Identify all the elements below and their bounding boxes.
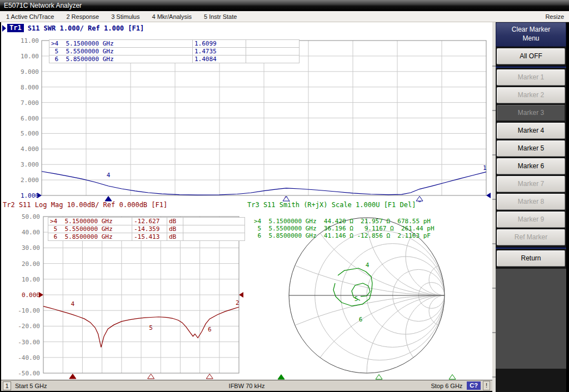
svg-text:3.000: 3.000 <box>21 161 39 168</box>
svg-text:11.00: 11.00 <box>21 37 39 44</box>
trace1-format-readout: S11 SWR 1.000/ Ref 1.000 [F1] <box>28 24 144 32</box>
softkey-all-off[interactable]: All OFF <box>497 48 565 64</box>
marker-table-row: >4 5.1500000 GHz1.6099 <box>49 40 300 48</box>
svg-text:5.000: 5.000 <box>21 130 39 137</box>
ifbw-readout: IFBW 70 kHz <box>1 383 492 389</box>
svg-text:0.000: 0.000 <box>22 292 40 299</box>
svg-text:40.00: 40.00 <box>22 229 40 236</box>
stimulus-marker[interactable] <box>148 374 154 379</box>
active-trace-arrow-icon <box>2 25 6 32</box>
marker-4[interactable]: 4 <box>107 172 111 179</box>
svg-text:50.00: 50.00 <box>22 213 40 220</box>
svg-text:1.000: 1.000 <box>21 192 39 199</box>
tr3-marker-readout: >4 5.1500000 GHz 44.420 Ω 21.957 Ω 678.5… <box>254 218 435 239</box>
svg-text:-30.00: -30.00 <box>18 339 40 346</box>
marker-table-row: 6 5.8500000 GHz-15.413dB <box>48 233 245 241</box>
softkey-marker-4[interactable]: Marker 4 <box>497 123 565 139</box>
svg-text:4: 4 <box>71 300 74 308</box>
marker-table-row: 5 5.5500000 GHz-14.359dB <box>48 225 245 233</box>
svg-text:-10.00: -10.00 <box>18 307 40 314</box>
svg-text:5: 5 <box>355 295 358 303</box>
svg-text:-20.00: -20.00 <box>18 323 40 330</box>
softkey-empty-area <box>496 269 566 369</box>
menu-bar: 1 Active Ch/Trace2 Response3 Stimulus4 M… <box>0 11 569 22</box>
svg-text:6.000: 6.000 <box>21 115 39 122</box>
svg-text:-50.00: -50.00 <box>18 370 40 377</box>
stimulus-marker[interactable] <box>206 374 213 379</box>
tr2-marker-table: >4 5.1500000 GHz-12.627dB 5 5.5500000 GH… <box>48 217 245 241</box>
stimulus-marker[interactable] <box>376 375 382 380</box>
marker-table-row: >4 5.1500000 GHz-12.627dB <box>48 218 245 225</box>
tr3-trace <box>333 268 372 306</box>
marker-5[interactable]: 5 <box>149 324 153 331</box>
svg-text:8.000: 8.000 <box>21 84 39 91</box>
marker-table-row: 6 5.8500000 GHz1.4084 <box>49 56 300 63</box>
tr1-marker-table: >4 5.1500000 GHz1.6099 5 5.5500000 GHz1.… <box>49 39 300 63</box>
app-window: { "window": { "title": "E5071C Network A… <box>0 0 569 392</box>
svg-text:2.000: 2.000 <box>21 177 39 184</box>
svg-text:10.00: 10.00 <box>21 53 39 60</box>
svg-text:6: 6 <box>359 316 363 323</box>
svg-text:-40.00: -40.00 <box>18 354 40 361</box>
marker-4[interactable]: 4 <box>366 262 370 269</box>
svg-text:9.000: 9.000 <box>21 68 39 76</box>
menu-item-1-active-ch-trace[interactable]: 1 Active Ch/Trace <box>0 13 60 20</box>
status-bar: 1 Start 5 GHz IFBW 70 kHz Stop 6 GHz C? … <box>1 380 492 391</box>
softkey-return[interactable]: Return <box>497 250 565 267</box>
title-bar: E5071C Network Analyzer <box>0 0 569 11</box>
trace1-selector[interactable]: Tr1 <box>7 24 24 32</box>
softkey-separator <box>496 66 566 68</box>
softkey-marker-1[interactable]: Marker 1 <box>497 69 565 86</box>
trace1-header-row: Tr1 S11 SWR 1.000/ Ref 1.000 [F1] <box>2 23 144 33</box>
marker-4[interactable]: 4 <box>71 300 74 308</box>
svg-text:6: 6 <box>208 326 212 333</box>
stimulus-marker[interactable] <box>105 197 112 202</box>
instrument-screen: 11.0010.009.0008.0007.0006.0005.0004.000… <box>1 22 492 380</box>
trace3-format-readout[interactable]: Tr3 S11 Smith (R+jX) Scale 1.000U [F1 De… <box>247 201 416 209</box>
softkey-marker-5[interactable]: Marker 5 <box>497 140 565 157</box>
menu-item-4-mkr-analysis[interactable]: 4 Mkr/Analysis <box>146 13 198 20</box>
stimulus-marker[interactable] <box>449 375 456 380</box>
marker-6[interactable]: 6 <box>359 316 363 323</box>
softkey-ref-marker[interactable]: Ref Marker <box>497 229 565 245</box>
marker-table-row: 5 5.5500000 GHz1.4735 <box>49 48 300 56</box>
svg-text:4: 4 <box>366 262 370 269</box>
stimulus-marker[interactable] <box>69 374 76 379</box>
softkey-marker-7[interactable]: Marker 7 <box>497 176 565 192</box>
menu-item-2-response[interactable]: 2 Response <box>60 13 105 20</box>
svg-text:4.000: 4.000 <box>21 145 39 153</box>
stimulus-marker[interactable] <box>278 375 284 380</box>
softkey-sidebar: Clear MarkerMenu All OFFMarker 1Marker 2… <box>496 22 566 392</box>
window-title: E5071C Network Analyzer <box>4 2 82 9</box>
menu-item-resize[interactable]: Resize <box>540 13 569 20</box>
softkey-menu-title: Clear MarkerMenu <box>496 22 566 47</box>
softkey-marker-9[interactable]: Marker 9 <box>497 212 565 228</box>
menu-item-5-instr-state[interactable]: 5 Instr State <box>198 13 243 20</box>
svg-text:2: 2 <box>236 299 239 306</box>
menu-item-3-stimulus[interactable]: 3 Stimulus <box>105 13 146 20</box>
marker-6[interactable]: 6 <box>208 326 212 333</box>
svg-text:10.00: 10.00 <box>22 276 40 283</box>
marker-5[interactable]: 5 <box>355 295 358 303</box>
svg-text:4: 4 <box>107 172 111 179</box>
trace2-format-readout[interactable]: Tr2 S11 Log Mag 10.00dB/ Ref 0.000dB [F1… <box>3 201 167 209</box>
softkey-marker-2[interactable]: Marker 2 <box>497 87 565 103</box>
svg-text:20.00: 20.00 <box>22 260 40 268</box>
svg-text:5: 5 <box>149 324 153 331</box>
svg-text:30.00: 30.00 <box>22 244 40 252</box>
softkey-marker-8[interactable]: Marker 8 <box>497 194 565 210</box>
svg-text:1: 1 <box>483 164 487 172</box>
softkey-separator <box>496 247 566 249</box>
softkey-marker-3[interactable]: Marker 3 <box>497 105 565 121</box>
svg-text:7.000: 7.000 <box>21 99 39 107</box>
softkey-marker-6[interactable]: Marker 6 <box>497 158 565 174</box>
